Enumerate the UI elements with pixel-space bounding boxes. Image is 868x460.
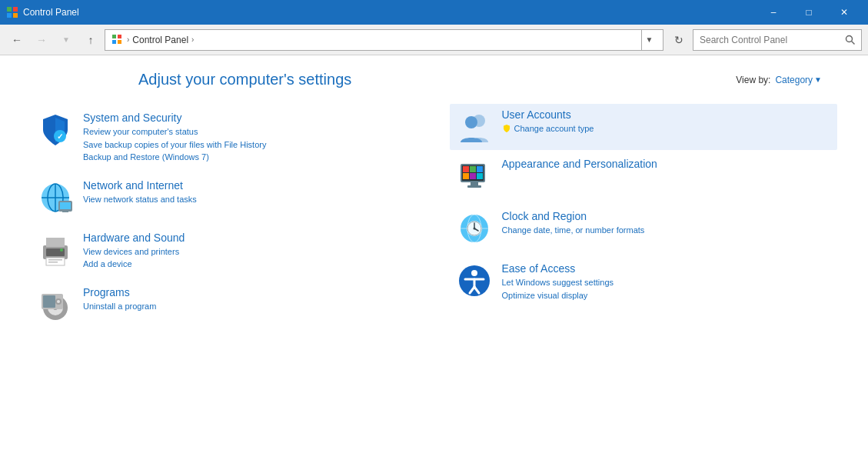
path-text: Control Panel — [132, 35, 188, 45]
programs-title[interactable]: Programs — [83, 286, 156, 298]
svg-rect-39 — [477, 166, 483, 172]
network-internet-text: Network and Internet View network status… — [83, 179, 197, 206]
view-by-control: View by: Category ▼ — [736, 75, 822, 85]
main-content: Adjust your computer's settings View by:… — [0, 55, 868, 460]
svg-point-54 — [471, 270, 477, 276]
close-button[interactable]: ✕ — [826, 0, 862, 25]
svg-rect-44 — [467, 185, 481, 188]
svg-rect-24 — [48, 262, 58, 263]
ease-access-title[interactable]: Ease of Access — [502, 262, 614, 275]
title-bar: Control Panel – □ ✕ — [0, 0, 868, 25]
category-appearance[interactable]: Appearance and Personalization — [450, 150, 838, 202]
appearance-icon — [456, 158, 493, 195]
appearance-title[interactable]: Appearance and Personalization — [502, 158, 657, 170]
appearance-text: Appearance and Personalization — [502, 158, 657, 172]
network-internet-title[interactable]: Network and Internet — [83, 179, 197, 192]
right-column: User Accounts Change account type — [434, 104, 838, 331]
svg-point-52 — [473, 228, 475, 230]
network-internet-link-0[interactable]: View network status and tasks — [83, 193, 197, 206]
system-security-link-1[interactable]: Save backup copies of your files with Fi… — [83, 138, 266, 152]
svg-point-34 — [465, 116, 477, 128]
categories-grid: ✓ System and Security Review your comput… — [0, 104, 868, 331]
view-by-label: View by: — [736, 75, 770, 85]
svg-rect-2 — [7, 13, 12, 18]
category-ease-access[interactable]: Ease of Access Let Windows suggest setti… — [450, 255, 838, 309]
back-button[interactable]: ← — [6, 29, 28, 51]
svg-rect-23 — [48, 259, 62, 261]
svg-rect-1 — [13, 7, 18, 12]
shield-badge-icon — [502, 124, 511, 133]
svg-rect-0 — [7, 7, 12, 12]
svg-point-32 — [57, 300, 60, 303]
window-controls: – □ ✕ — [756, 0, 862, 25]
minimize-button[interactable]: – — [756, 0, 791, 25]
category-hardware-sound[interactable]: Hardware and Sound View devices and prin… — [31, 224, 419, 278]
ease-access-link-1[interactable]: Optimize visual display — [502, 289, 614, 302]
hardware-sound-icon — [37, 232, 74, 268]
clock-region-text: Clock and Region Change date, time, or n… — [502, 210, 645, 237]
view-by-chevron-icon: ▼ — [814, 75, 822, 84]
user-accounts-link-0[interactable]: Change account type — [502, 122, 594, 135]
clock-region-title[interactable]: Clock and Region — [502, 210, 645, 222]
programs-text: Programs Uninstall a program — [83, 286, 156, 313]
svg-rect-37 — [463, 166, 469, 172]
ease-access-link-0[interactable]: Let Windows suggest settings — [502, 276, 614, 289]
svg-rect-38 — [470, 166, 476, 172]
path-separator: › — [127, 35, 129, 44]
forward-button[interactable]: → — [31, 29, 52, 51]
maximize-button[interactable]: □ — [791, 0, 826, 25]
category-clock-region[interactable]: Clock and Region Change date, time, or n… — [450, 202, 838, 255]
hardware-sound-title[interactable]: Hardware and Sound — [83, 232, 185, 244]
svg-text:✓: ✓ — [57, 132, 63, 141]
svg-rect-18 — [62, 211, 68, 212]
view-by-dropdown[interactable]: Category ▼ — [775, 75, 822, 85]
category-system-security[interactable]: ✓ System and Security Review your comput… — [31, 104, 419, 172]
path-icon — [111, 34, 124, 46]
category-user-accounts[interactable]: User Accounts Change account type — [450, 104, 838, 150]
user-accounts-icon — [456, 108, 493, 145]
svg-point-8 — [846, 35, 853, 42]
search-box[interactable] — [693, 29, 862, 51]
svg-rect-4 — [112, 35, 116, 38]
svg-point-25 — [60, 248, 63, 252]
search-icon[interactable] — [843, 32, 858, 48]
svg-rect-40 — [463, 173, 469, 179]
system-security-text: System and Security Review your computer… — [83, 112, 266, 164]
svg-rect-7 — [118, 40, 121, 44]
up-button[interactable]: ↑ — [80, 29, 101, 51]
svg-rect-42 — [477, 173, 483, 179]
svg-rect-21 — [46, 238, 65, 247]
svg-rect-17 — [60, 202, 71, 209]
ease-access-icon — [456, 262, 493, 299]
address-input[interactable]: › Control Panel › ▼ — [105, 29, 663, 51]
hardware-sound-link-0[interactable]: View devices and printers — [83, 245, 185, 258]
svg-rect-41 — [470, 173, 476, 179]
ease-access-text: Ease of Access Let Windows suggest setti… — [502, 262, 614, 302]
svg-rect-6 — [112, 40, 116, 44]
category-programs[interactable]: Programs Uninstall a program — [31, 278, 419, 331]
left-column: ✓ System and Security Review your comput… — [31, 104, 434, 331]
svg-rect-5 — [118, 35, 121, 38]
page-header: Adjust your computer's settings View by:… — [0, 71, 868, 88]
address-bar: ← → ▼ ↑ › Control Panel › ▼ ↻ — [0, 25, 868, 55]
system-security-link-0[interactable]: Review your computer's status — [83, 125, 266, 138]
page-title: Adjust your computer's settings — [138, 71, 351, 88]
category-network-internet[interactable]: Network and Internet View network status… — [31, 172, 419, 224]
clock-region-link-0[interactable]: Change date, time, or number formats — [502, 224, 645, 237]
search-input[interactable] — [700, 35, 843, 45]
svg-rect-3 — [13, 13, 18, 18]
address-dropdown-button[interactable]: ▼ — [641, 29, 657, 51]
system-security-link-2[interactable]: Backup and Restore (Windows 7) — [83, 151, 266, 164]
svg-rect-30 — [43, 295, 55, 308]
user-accounts-text: User Accounts Change account type — [502, 108, 594, 135]
programs-icon — [37, 286, 74, 323]
user-accounts-title[interactable]: User Accounts — [502, 108, 594, 121]
app-icon — [6, 6, 18, 18]
clock-region-icon — [456, 210, 493, 247]
recent-button[interactable]: ▼ — [55, 29, 77, 51]
svg-line-9 — [852, 41, 855, 44]
hardware-sound-link-1[interactable]: Add a device — [83, 258, 185, 271]
refresh-button[interactable]: ↻ — [668, 29, 690, 51]
system-security-title[interactable]: System and Security — [83, 112, 266, 124]
programs-link-0[interactable]: Uninstall a program — [83, 300, 156, 313]
